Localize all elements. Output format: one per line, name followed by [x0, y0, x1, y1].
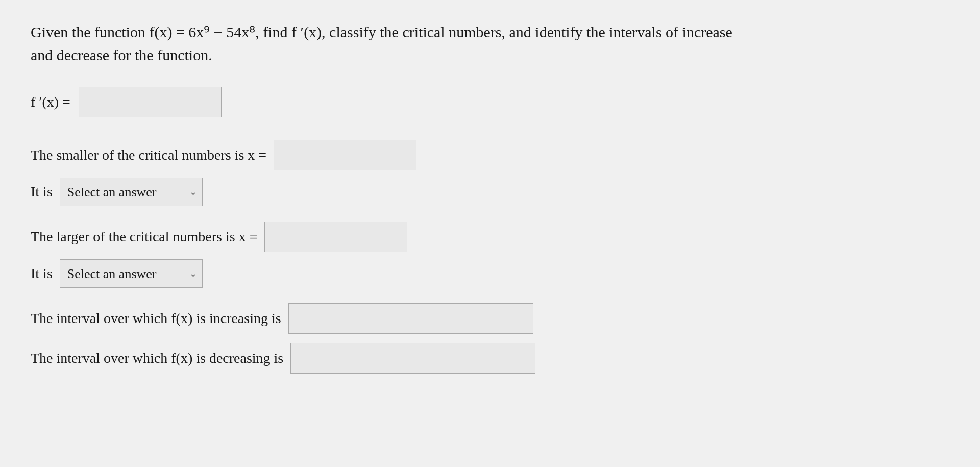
- chevron-down-icon-2: ⌄: [189, 268, 197, 279]
- smaller-critical-label: The smaller of the critical numbers is x…: [31, 147, 266, 163]
- smaller-critical-section: The smaller of the critical numbers is x…: [31, 140, 745, 206]
- main-content: Given the function f(x) = 6x⁹ − 54x⁸, fi…: [31, 20, 745, 383]
- larger-critical-label: The larger of the critical numbers is x …: [31, 229, 257, 245]
- chevron-down-icon: ⌄: [189, 186, 197, 198]
- larger-select-wrapper[interactable]: Select an answer a local minimum a local…: [60, 259, 203, 288]
- increasing-label: The interval over which f(x) is increasi…: [31, 310, 281, 327]
- derivative-input[interactable]: [79, 87, 222, 117]
- question-intro: Given the function f(x) = 6x⁹ − 54x⁸, fi…: [31, 23, 732, 63]
- larger-critical-row: The larger of the critical numbers is x …: [31, 222, 745, 252]
- larger-it-is-label: It is: [31, 265, 53, 282]
- smaller-critical-row: The smaller of the critical numbers is x…: [31, 140, 745, 170]
- decreasing-label: The interval over which f(x) is decreasi…: [31, 350, 283, 366]
- smaller-select-wrapper[interactable]: Select an answer a local minimum a local…: [60, 178, 203, 206]
- increasing-interval-row: The interval over which f(x) is increasi…: [31, 303, 745, 334]
- smaller-it-is-label: It is: [31, 184, 53, 200]
- question-text: Given the function f(x) = 6x⁹ − 54x⁸, fi…: [31, 20, 745, 66]
- larger-select[interactable]: Select an answer a local minimum a local…: [67, 266, 186, 281]
- smaller-select[interactable]: Select an answer a local minimum a local…: [67, 185, 186, 200]
- smaller-it-is-row: It is Select an answer a local minimum a…: [31, 178, 745, 206]
- decreasing-interval-row: The interval over which f(x) is decreasi…: [31, 343, 745, 374]
- derivative-label: f ′(x) =: [31, 94, 70, 110]
- smaller-critical-input[interactable]: [274, 140, 416, 170]
- increasing-interval-input[interactable]: [288, 303, 533, 334]
- larger-it-is-row: It is Select an answer a local minimum a…: [31, 259, 745, 288]
- derivative-section: f ′(x) =: [31, 87, 745, 117]
- larger-critical-section: The larger of the critical numbers is x …: [31, 222, 745, 288]
- decreasing-interval-input[interactable]: [290, 343, 535, 374]
- larger-critical-input[interactable]: [264, 222, 407, 252]
